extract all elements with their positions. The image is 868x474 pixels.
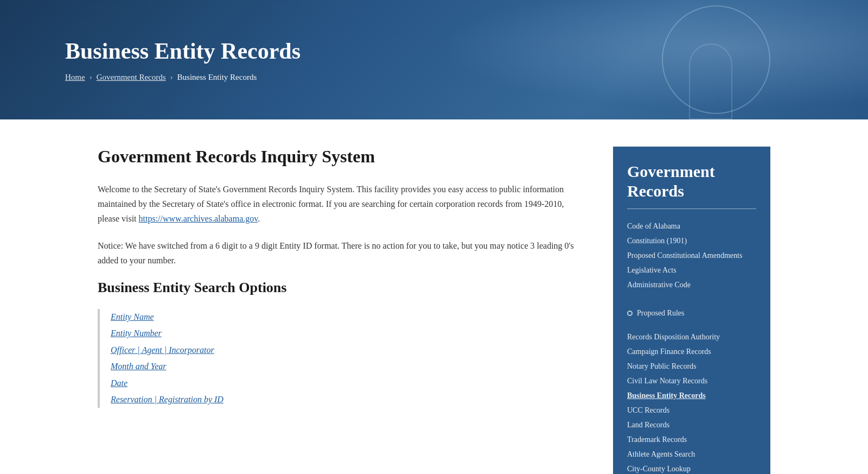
sidebar-bottom-link[interactable]: Trademark Records (627, 432, 756, 447)
search-options-list: Entity NameEntity NumberOfficer | Agent … (98, 309, 580, 408)
sidebar-bottom-link[interactable]: Land Records (627, 418, 756, 432)
sidebar-top-link[interactable]: Proposed Constitutional Amendments (627, 248, 756, 263)
search-option-link[interactable]: Date (111, 375, 580, 391)
paragraph-2: Notice: We have switched from a 6 digit … (98, 238, 580, 268)
sidebar-box: Government Records Code of AlabamaConsti… (613, 147, 770, 474)
breadcrumb-current: Business Entity Records (177, 73, 257, 82)
sidebar-title: Government Records (627, 162, 756, 201)
breadcrumb-home[interactable]: Home (65, 73, 85, 82)
sidebar-bottom-link[interactable]: Civil Law Notary Records (627, 374, 756, 388)
search-option-link[interactable]: Reservation | Registration by ID (111, 391, 580, 408)
sidebar-bottom-link[interactable]: Campaign Finance Records (627, 344, 756, 359)
search-option-link[interactable]: Month and Year (111, 358, 580, 375)
sidebar-top-link[interactable]: Code of Alabama (627, 219, 756, 233)
sidebar-links-bottom: Records Disposition AuthorityCampaign Fi… (627, 330, 756, 474)
content-area: Government Records Inquiry System Welcom… (98, 147, 580, 408)
breadcrumb-sep-2: › (170, 73, 173, 82)
search-heading: Business Entity Search Options (98, 280, 580, 296)
search-option-link[interactable]: Entity Number (111, 325, 580, 342)
hero-content: Business Entity Records Home › Governmen… (65, 38, 803, 82)
paragraph-1: Welcome to the Secretary of State's Gove… (98, 182, 580, 226)
search-option-link[interactable]: Entity Name (111, 309, 580, 325)
search-option-link[interactable]: Officer | Agent | Incorporator (111, 342, 580, 358)
proposed-rules-bullet (627, 311, 633, 316)
sidebar-gap-1 (627, 296, 756, 303)
sidebar-link-proposed-rules[interactable]: Proposed Rules (627, 303, 756, 323)
sidebar-divider (627, 208, 756, 209)
sidebar-bottom-link[interactable]: Business Entity Records (627, 388, 756, 403)
proposed-rules-label: Proposed Rules (637, 307, 685, 319)
sidebar-bottom-link[interactable]: Records Disposition Authority (627, 330, 756, 344)
breadcrumb-gov-records[interactable]: Government Records (97, 73, 166, 82)
archives-link[interactable]: https://www.archives.alabama.gov (139, 214, 258, 223)
sidebar-top-link[interactable]: Administrative Code (627, 277, 756, 292)
sidebar-bottom-link[interactable]: UCC Records (627, 403, 756, 418)
sidebar-bottom-link[interactable]: Athlete Agents Search (627, 447, 756, 462)
sidebar-bottom-link[interactable]: Notary Public Records (627, 359, 756, 374)
sidebar-bottom-link[interactable]: City-County Lookup (627, 462, 756, 474)
sidebar-top-link[interactable]: Constitution (1901) (627, 233, 756, 248)
main-layout: Government Records Inquiry System Welcom… (54, 119, 814, 474)
hero-title: Business Entity Records (65, 38, 803, 64)
sidebar-gap-2 (627, 323, 756, 330)
hero-banner: Business Entity Records Home › Governmen… (0, 0, 868, 119)
sidebar-top-link[interactable]: Legislative Acts (627, 263, 756, 277)
paragraph-1-end: . (258, 214, 260, 223)
main-heading: Government Records Inquiry System (98, 147, 580, 167)
sidebar-links-top: Code of AlabamaConstitution (1901)Propos… (627, 219, 756, 292)
breadcrumb: Home › Government Records › Business Ent… (65, 73, 803, 82)
breadcrumb-sep-1: › (90, 73, 92, 82)
sidebar: Government Records Code of AlabamaConsti… (613, 147, 770, 474)
